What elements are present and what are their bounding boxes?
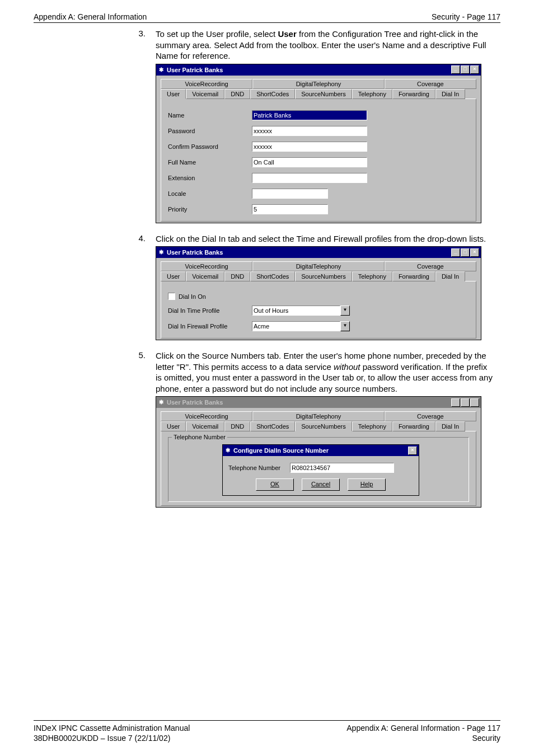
maximize-button[interactable]: □ xyxy=(461,398,470,407)
tab-dialin[interactable]: Dial In xyxy=(435,421,465,431)
label-time-profile: Dial In Time Profile xyxy=(168,307,252,314)
tab-voicerecording[interactable]: VoiceRecording xyxy=(161,411,252,421)
name-field[interactable] xyxy=(252,110,367,120)
step-4-num: 4. xyxy=(129,233,156,245)
tab-sourcenumbers[interactable]: SourceNumbers xyxy=(295,89,352,99)
telephone-number-group: Telephone Number ✱ Configure DialIn Sour… xyxy=(168,437,469,502)
minimize-button[interactable]: _ xyxy=(451,248,460,257)
help-button[interactable]: Help xyxy=(348,478,386,491)
footer-left-2: 38DHB0002UKDD – Issue 7 (22/11/02) xyxy=(34,733,190,743)
step-5: 5. Click on the Source Numbers tab. Ente… xyxy=(129,350,495,394)
app-icon: ✱ xyxy=(158,67,165,73)
window-title: User Patrick Banks xyxy=(167,249,451,256)
footer-right-2: Security xyxy=(346,733,500,743)
window-title: User Patrick Banks xyxy=(167,399,451,406)
label-fullname: Full Name xyxy=(168,159,252,166)
step-4-text: Click on the Dial In tab and select the … xyxy=(156,233,495,245)
tab-dialin[interactable]: Dial In xyxy=(435,89,465,99)
tab-telephony[interactable]: Telephony xyxy=(352,421,392,431)
tab-coverage[interactable]: Coverage xyxy=(385,79,476,89)
tab-shortcodes[interactable]: ShortCodes xyxy=(250,271,295,281)
label-password: Password xyxy=(168,128,252,134)
extension-field[interactable] xyxy=(252,173,367,183)
group-label: Telephone Number xyxy=(172,434,227,440)
label-priority: Priority xyxy=(168,206,252,213)
tab-user[interactable]: User xyxy=(161,89,186,99)
tab-shortcodes[interactable]: ShortCodes xyxy=(250,421,295,431)
tab-voicemail[interactable]: Voicemail xyxy=(186,89,224,99)
chevron-down-icon[interactable]: ▼ xyxy=(340,321,350,331)
tab-forwarding[interactable]: Forwarding xyxy=(392,421,435,431)
close-button[interactable]: × xyxy=(470,65,479,74)
label-dialin-on: Dial In On xyxy=(179,293,206,300)
window-title: User Patrick Banks xyxy=(167,67,451,73)
tab-user[interactable]: User xyxy=(161,271,186,281)
locale-field[interactable] xyxy=(252,189,328,199)
label-locale: Locale xyxy=(168,190,252,197)
header-right: Security - Page 117 xyxy=(432,12,500,21)
close-button[interactable]: × xyxy=(470,398,479,407)
label-name: Name xyxy=(168,112,252,119)
step-3: 3. To set up the User profile, select Us… xyxy=(129,29,495,62)
tab-sourcenumbers[interactable]: SourceNumbers xyxy=(295,421,352,431)
step-4: 4. Click on the Dial In tab and select t… xyxy=(129,233,495,245)
tab-digitaltelephony[interactable]: DigitalTelephony xyxy=(252,411,384,421)
tab-voicerecording[interactable]: VoiceRecording xyxy=(161,79,252,89)
dialin-on-checkbox[interactable] xyxy=(168,293,175,300)
chevron-down-icon[interactable]: ▼ xyxy=(340,306,350,316)
tab-digitaltelephony[interactable]: DigitalTelephony xyxy=(252,79,384,89)
footer-left-1: INDeX IPNC Cassette Administration Manua… xyxy=(34,723,190,733)
header-left: Appendix A: General Information xyxy=(34,12,147,21)
tab-telephony[interactable]: Telephony xyxy=(352,89,392,99)
step-5-text: Click on the Source Numbers tab. Enter t… xyxy=(156,350,495,394)
step-3-text: To set up the User profile, select User … xyxy=(156,29,495,62)
telephone-number-field[interactable] xyxy=(290,463,394,473)
tab-forwarding[interactable]: Forwarding xyxy=(392,89,435,99)
window-user-2: ✱ User Patrick Banks _ □ × VoiceRecordin… xyxy=(156,246,481,340)
tab-sourcenumbers[interactable]: SourceNumbers xyxy=(295,271,352,281)
tab-coverage[interactable]: Coverage xyxy=(385,411,476,421)
minimize-button[interactable]: _ xyxy=(451,65,460,74)
tab-voicerecording[interactable]: VoiceRecording xyxy=(161,261,252,271)
ok-button[interactable]: OK xyxy=(256,478,294,491)
footer-right-1: Appendix A: General Information - Page 1… xyxy=(346,723,500,733)
step-5-num: 5. xyxy=(129,350,156,394)
priority-field[interactable] xyxy=(252,204,328,214)
close-button[interactable]: × xyxy=(470,248,479,257)
label-extension: Extension xyxy=(168,175,252,181)
label-confirm-password: Confirm Password xyxy=(168,143,252,150)
maximize-button[interactable]: □ xyxy=(461,248,470,257)
close-button[interactable]: × xyxy=(408,447,417,455)
tab-telephony[interactable]: Telephony xyxy=(352,271,392,281)
tab-dnd[interactable]: DND xyxy=(224,421,250,431)
inner-window-title: Configure DialIn Source Number xyxy=(233,447,408,454)
tab-forwarding[interactable]: Forwarding xyxy=(392,271,435,281)
confirm-password-field[interactable] xyxy=(252,142,367,152)
step-3-num: 3. xyxy=(129,29,156,62)
tab-dialin[interactable]: Dial In xyxy=(435,271,465,281)
cancel-button[interactable]: Cancel xyxy=(302,478,340,491)
window-user-1: ✱ User Patrick Banks _ □ × VoiceRecordin… xyxy=(156,64,481,223)
label-firewall-profile: Dial In Firewall Profile xyxy=(168,323,252,330)
tab-voicemail[interactable]: Voicemail xyxy=(186,271,224,281)
app-icon: ✱ xyxy=(224,447,231,454)
tab-voicemail[interactable]: Voicemail xyxy=(186,421,224,431)
tab-dnd[interactable]: DND xyxy=(224,271,250,281)
fullname-field[interactable] xyxy=(252,157,367,167)
tab-user[interactable]: User xyxy=(161,421,186,431)
minimize-button[interactable]: _ xyxy=(451,398,460,407)
window-configure-dialin: ✱ Configure DialIn Source Number × Telep… xyxy=(222,444,419,496)
tab-dnd[interactable]: DND xyxy=(224,89,250,99)
window-user-3: ✱ User Patrick Banks _ □ × VoiceRecordin… xyxy=(156,396,481,508)
tab-digitaltelephony[interactable]: DigitalTelephony xyxy=(252,261,384,271)
app-icon: ✱ xyxy=(158,399,165,406)
tab-coverage[interactable]: Coverage xyxy=(385,261,476,271)
firewall-profile-combo[interactable]: ▼ xyxy=(252,321,350,331)
app-icon: ✱ xyxy=(158,249,165,256)
tab-shortcodes[interactable]: ShortCodes xyxy=(250,89,295,99)
time-profile-combo[interactable]: ▼ xyxy=(252,306,350,316)
label-telephone-number: Telephone Number xyxy=(228,464,290,471)
password-field[interactable] xyxy=(252,126,367,136)
maximize-button[interactable]: □ xyxy=(461,65,470,74)
